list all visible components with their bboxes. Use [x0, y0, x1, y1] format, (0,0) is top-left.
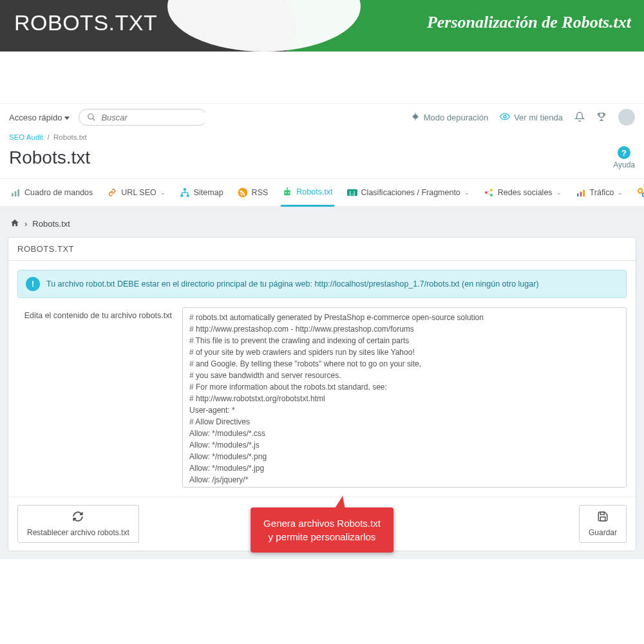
- banner-subtitle: Personalización de Robots.txt: [427, 13, 631, 32]
- svg-rect-10: [17, 189, 19, 196]
- search-box[interactable]: [79, 109, 207, 126]
- tab-sitemap[interactable]: Sitemap: [178, 179, 225, 206]
- svg-rect-11: [184, 188, 186, 190]
- tab-social[interactable]: Redes sociales⌄: [482, 179, 563, 206]
- editor-label: Edita el contenido de tu archivo robots.…: [17, 307, 172, 320]
- bug-icon: [411, 112, 420, 123]
- share-icon: [484, 187, 494, 198]
- tab-traffic[interactable]: Tráfico⌄: [574, 179, 625, 206]
- panel-heading: ROBOTS.TXT: [8, 238, 636, 261]
- module-tabs: Cuadro de mandos URL SEO⌄ Sitemap RSS Ro…: [0, 178, 644, 207]
- info-icon: !: [26, 277, 40, 291]
- svg-line-29: [487, 191, 490, 193]
- eye-icon: [500, 111, 510, 124]
- save-button[interactable]: Guardar: [579, 505, 627, 543]
- promo-banner: ROBOTS.TXT Personalización de Robots.txt: [0, 0, 644, 52]
- refresh-icon: [72, 511, 84, 526]
- svg-point-26: [485, 191, 488, 194]
- svg-point-27: [490, 189, 493, 191]
- tab-rss[interactable]: RSS: [236, 179, 270, 206]
- user-avatar[interactable]: [618, 109, 635, 126]
- top-bar: Acceso rápido Modo depuración Ver mi tie…: [0, 103, 644, 131]
- robots-panel: ROBOTS.TXT ! Tu archivo robot.txt DEBE e…: [8, 237, 636, 551]
- svg-rect-13: [186, 194, 189, 196]
- search-input[interactable]: [101, 113, 210, 122]
- reset-button[interactable]: Restablecer archivo robots.txt: [17, 505, 139, 543]
- home-icon[interactable]: [10, 218, 19, 229]
- svg-text:{..}: {..}: [349, 191, 355, 196]
- tab-config[interactable]: Configuraciones⌄: [636, 179, 644, 206]
- svg-rect-12: [180, 194, 183, 196]
- info-alert: ! Tu archivo robot.txt DEBE estar en el …: [17, 270, 627, 298]
- svg-point-0: [88, 114, 93, 119]
- breadcrumb-current: Robots.txt: [53, 133, 87, 141]
- tab-robots[interactable]: Robots.txt: [281, 179, 334, 207]
- page-title: Robots.txt: [9, 147, 90, 168]
- rss-icon: [238, 187, 248, 198]
- help-button[interactable]: ? Ayuda: [613, 146, 635, 169]
- content-breadcrumb: › Robots.txt: [8, 214, 636, 237]
- svg-point-7: [504, 115, 506, 118]
- svg-rect-36: [600, 517, 605, 521]
- sitemap-icon: [180, 187, 190, 198]
- chevron-right-icon: ›: [24, 219, 27, 229]
- save-icon: [597, 511, 609, 526]
- help-icon: ?: [618, 146, 630, 159]
- svg-rect-32: [580, 192, 582, 196]
- tab-classifications[interactable]: {..} Clasificaciones / Fragmento⌄: [346, 179, 471, 206]
- svg-rect-9: [15, 191, 17, 196]
- svg-rect-37: [600, 512, 604, 515]
- svg-rect-33: [583, 190, 585, 196]
- tab-url-seo[interactable]: URL SEO⌄: [106, 179, 166, 206]
- breadcrumb-parent[interactable]: SEO Audit: [9, 133, 43, 141]
- view-shop-link[interactable]: Ver mi tienda: [500, 111, 563, 124]
- breadcrumb: SEO Audit / Robots.txt: [0, 131, 644, 144]
- svg-line-1: [93, 118, 95, 121]
- promo-callout: Genera archivos Robots.txt y permite per…: [251, 507, 393, 553]
- svg-rect-19: [285, 190, 290, 195]
- search-icon: [87, 112, 96, 122]
- svg-line-30: [487, 193, 490, 195]
- code-icon: {..}: [347, 187, 357, 198]
- chevron-down-icon: [64, 117, 70, 120]
- notifications-icon[interactable]: [574, 111, 585, 124]
- svg-point-28: [490, 194, 493, 196]
- debug-mode-toggle[interactable]: Modo depuración: [411, 112, 488, 123]
- dashboard-icon: [10, 187, 21, 198]
- robots-textarea[interactable]: # robots.txt automatically generated by …: [182, 307, 627, 488]
- tab-dashboard[interactable]: Cuadro de mandos: [9, 179, 94, 206]
- svg-point-23: [287, 187, 288, 189]
- banner-title: ROBOTS.TXT: [14, 10, 157, 35]
- robot-icon: [282, 187, 292, 197]
- svg-rect-8: [12, 193, 14, 196]
- svg-point-20: [285, 192, 287, 193]
- svg-point-21: [288, 192, 289, 193]
- link-icon: [107, 187, 117, 198]
- trophy-icon[interactable]: [596, 111, 607, 124]
- gears-icon: [637, 187, 644, 198]
- quick-access-dropdown[interactable]: Acceso rápido: [9, 113, 70, 122]
- svg-rect-31: [577, 193, 579, 196]
- svg-point-34: [638, 189, 643, 193]
- chart-icon: [576, 187, 586, 198]
